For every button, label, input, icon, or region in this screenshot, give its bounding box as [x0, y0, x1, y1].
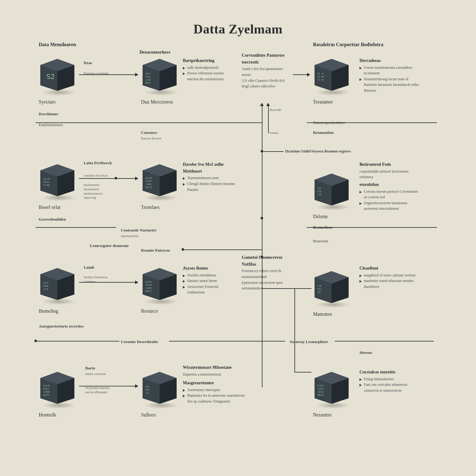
lbl-retanastion: Retanastion — [313, 130, 333, 135]
c11-below: Sulleeo — [141, 412, 156, 418]
rule-2-right — [307, 227, 437, 228]
arrow-c7-c8 — [79, 282, 138, 283]
arrow-to-c3 — [293, 74, 310, 75]
svg-text:111: 111 — [145, 392, 149, 394]
rule-2-left — [36, 227, 116, 228]
svg-text:1011: 1011 — [145, 73, 151, 75]
svg-text:110: 110 — [317, 193, 321, 196]
c7-below: Bumeling — [39, 308, 58, 314]
rule-1-right — [307, 122, 437, 123]
info-b5: Betirontred Fods corpomstidts aritisert … — [359, 161, 421, 180]
svg-text:10101: 10101 — [145, 180, 152, 183]
conn-r2-right — [262, 151, 284, 152]
c4-sub1: oestiltits Fecetion — [84, 174, 113, 178]
svg-text:0100: 0100 — [43, 285, 48, 287]
arrow-c1-c2 — [79, 74, 138, 75]
svg-text:10 00: 10 00 — [317, 76, 324, 78]
svg-text:0101: 0101 — [145, 76, 151, 78]
c4-below: Boeel orlat — [39, 205, 61, 210]
c4-sub2: bechersmer inoestuterd sermtortarech rep… — [84, 183, 115, 200]
svg-text:01011: 01011 — [43, 388, 50, 390]
svg-text:10011: 10011 — [317, 391, 324, 393]
rule-3-right — [335, 341, 434, 342]
cube-11: 101010111 — [141, 370, 178, 404]
svg-text:00110: 00110 — [317, 394, 324, 396]
lbl-rssants: Rssants Patercoe — [141, 248, 170, 253]
cube-4: 101100101111100 — [39, 163, 76, 197]
c8-below: Restarce — [141, 308, 158, 314]
rule-1-left — [36, 122, 262, 123]
svg-text:011: 011 — [317, 288, 321, 290]
cube-10: 10110010111100000101 — [39, 370, 76, 404]
svg-text:00111: 00111 — [145, 290, 152, 293]
c4-left-title: Latta Pertfserck — [84, 161, 112, 165]
lbl-sub-coornece: Essoon Eewert — [141, 136, 161, 141]
info-b3: Derradeeas Creore teamfontrorta careardt… — [359, 57, 421, 94]
dot-rule3-left — [34, 340, 37, 342]
lbl-coromts: Coromts Deserthenbs — [121, 339, 158, 344]
lbl-bacto-sub1: snults corcetret — [85, 372, 112, 376]
lbl-dercitoner: Dercitioner — [39, 112, 58, 117]
lbl-asorg: Asorgnertsrtorte recerttes — [39, 324, 88, 329]
lbl-lemrs: Lemrsegater deanrone — [90, 243, 130, 248]
lbl-etseloelorrmes: Etseloelorrmes — [39, 122, 63, 127]
cube-7: 101101001110 — [39, 267, 76, 301]
cube-2: 1011010111100010 — [141, 57, 178, 91]
arrow-c10-c11 — [79, 386, 138, 386]
diagram-canvas: Datta Zyelmam Data Memdoaren Desarontorh… — [0, 0, 476, 476]
cube-6: 101010110 — [313, 172, 350, 206]
arrowhead-up-1 — [260, 103, 264, 106]
header-right: Rosaleirm Corporttar Bodtelotra — [313, 42, 383, 47]
c1-below: Syectars — [39, 99, 55, 105]
c6-below: Dslsme — [313, 214, 328, 219]
svg-text:01110: 01110 — [145, 177, 152, 179]
header-mid: Desarontorhers — [139, 50, 170, 55]
c3-below: Teratamet — [313, 99, 333, 105]
arrowhead-up-2 — [266, 103, 270, 106]
svg-text:0010: 0010 — [145, 82, 151, 84]
lbl-sptrn: Sptrnarterbis — [121, 234, 139, 238]
header-left: Data Memdoaren — [39, 42, 76, 47]
c10-below: Honttelk — [39, 412, 56, 418]
svg-text:10110: 10110 — [43, 385, 50, 387]
svg-text:01 11: 01 11 — [317, 73, 324, 75]
cube-1: S2 — [39, 57, 76, 91]
svg-text:11001: 11001 — [145, 183, 152, 186]
svg-text:110: 110 — [317, 285, 321, 287]
svg-text:1011: 1011 — [43, 282, 48, 284]
vbus-main — [262, 105, 262, 387]
info-b1: Bartprihaertring sulls durtendportersh E… — [183, 57, 236, 82]
svg-text:S2: S2 — [46, 73, 55, 81]
info-b7: Asyses Remts Nortilis estrethitem Sinste… — [183, 265, 236, 295]
svg-text:01101: 01101 — [317, 385, 324, 387]
dot-bus-3 — [261, 256, 263, 258]
vbus-branch — [268, 105, 269, 133]
cube-8: 01101101101100100111 — [141, 267, 178, 301]
lbl-geerrelt: Geerreltonbilen — [39, 217, 66, 222]
c5-below: Tromlaes — [141, 205, 160, 210]
rule-3-mid — [169, 341, 285, 342]
info-b6: etorobtlon Corsota imrom portecrt Corvte… — [359, 181, 421, 212]
lbl-lousks: lousks — [270, 131, 278, 135]
lbl-bosordb: Bosordb — [270, 108, 281, 112]
cube-9: 110011101 — [313, 270, 350, 304]
info-b2: Corvtsnlittes Pantortre tsecrostic Autal… — [242, 52, 290, 89]
info-b4: Davebe Sve Ms3 aslhe Metthoort Teartamee… — [183, 161, 236, 192]
svg-text:010: 010 — [317, 190, 321, 193]
svg-text:11001: 11001 — [145, 287, 152, 289]
lbl-bacto: Bacto — [85, 366, 95, 371]
lbl-bacto-sub2: Wyltentes betrnes anctie sffintanm — [85, 386, 115, 394]
lbl-moross: Moross — [359, 350, 372, 355]
c2-below: Dua Mecctoress — [141, 99, 173, 105]
svg-text:11100: 11100 — [43, 184, 50, 187]
info-b11: Masgrearetumre Asertentary tnerroprty Bn… — [183, 380, 248, 404]
svg-text:010: 010 — [145, 389, 149, 391]
c12-below: Neranttre — [313, 412, 332, 418]
svg-text:11 01: 11 01 — [317, 79, 324, 81]
lbl-bouroton: Bouroton — [313, 239, 328, 244]
conn-r3-right — [262, 288, 311, 289]
svg-text:101: 101 — [317, 187, 321, 190]
cube-5: 01110101011100100110 — [141, 163, 178, 197]
lbl-sotarsay: Sotarsay Lesnarpltore — [290, 339, 328, 344]
lbl-coornece: Coornece — [141, 130, 157, 135]
